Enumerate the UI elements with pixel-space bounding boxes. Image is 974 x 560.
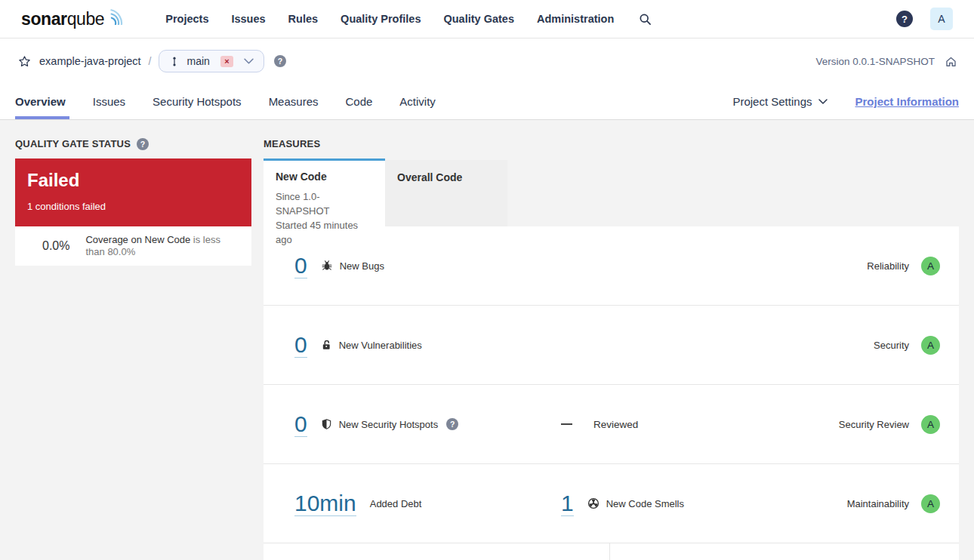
breadcrumb-right: Version 0.0.1-SNAPSHOT: [815, 55, 957, 68]
overall-code-tab-label: Overall Code: [397, 171, 495, 183]
security-label: Security: [874, 340, 909, 351]
new-code-smells-count-link[interactable]: 1: [561, 491, 574, 516]
measures-panel: MEASURES New Code Since 1.0-SNAPSHOT Sta…: [264, 138, 959, 559]
tab-issues[interactable]: Issues: [79, 84, 139, 119]
tab-measures[interactable]: Measures: [255, 84, 332, 119]
new-security-hotspots-metric: New Security Hotspots ?: [321, 418, 459, 430]
tab-overview[interactable]: Overview: [15, 84, 79, 119]
security-hotspots-help-icon[interactable]: ?: [446, 418, 458, 430]
quality-gate-title-text: QUALITY GATE STATUS: [15, 138, 131, 149]
added-debt-link[interactable]: 10min: [294, 491, 356, 516]
sonar-waves-icon: [106, 5, 128, 25]
maintainability-rating-badge[interactable]: A: [921, 494, 940, 513]
project-settings-label: Project Settings: [732, 95, 812, 108]
quality-gate-panel: QUALITY GATE STATUS ? Failed 1 condition…: [15, 138, 251, 559]
security-rating-badge[interactable]: A: [921, 336, 940, 355]
logo-text: sonarqube: [21, 9, 104, 29]
new-security-hotspots-label: New Security Hotspots: [339, 419, 439, 430]
quality-gate-status: Failed: [27, 170, 239, 191]
branch-icon: [169, 56, 180, 67]
duplications-cell: [610, 543, 959, 560]
help-icon[interactable]: ?: [896, 11, 913, 27]
maintainability-label: Maintainability: [847, 498, 909, 509]
quality-gate-status-card: Failed 1 conditions failed: [15, 158, 251, 226]
security-rating: Security A: [874, 336, 940, 355]
top-nav-right: ? A: [896, 8, 953, 30]
reliability-rating: Reliability A: [867, 257, 940, 275]
failed-condition-row[interactable]: 0.0% Coverage on New Code is less than 8…: [15, 226, 251, 266]
nav-administration[interactable]: Administration: [526, 13, 625, 25]
new-code-smells-metric: New Code Smells: [587, 497, 684, 509]
measure-row-security-hotspots: 0 New Security Hotspots ? Reviewed Secur…: [264, 385, 959, 464]
quality-gate-help-icon[interactable]: ?: [137, 138, 149, 150]
breadcrumb-separator: /: [149, 55, 152, 67]
new-vulnerabilities-metric: New Vulnerabilities: [321, 339, 422, 351]
quality-gate-title: QUALITY GATE STATUS ?: [15, 138, 251, 149]
open-lock-icon: [321, 339, 332, 351]
quality-gate-conditions-summary: 1 conditions failed: [27, 201, 239, 212]
nav-issues[interactable]: Issues: [220, 13, 276, 25]
tab-security-hotspots[interactable]: Security Hotspots: [139, 84, 255, 119]
favorite-star-icon[interactable]: [18, 55, 31, 68]
new-code-smells-label: New Code Smells: [606, 498, 684, 509]
measures-tab-strip: New Code Since 1.0-SNAPSHOT Started 45 m…: [264, 158, 959, 226]
nav-rules[interactable]: Rules: [277, 13, 330, 25]
project-name-link[interactable]: example-java-project: [39, 55, 141, 67]
new-code-since: Since 1.0-SNAPSHOT: [276, 189, 373, 218]
coverage-cell: [264, 543, 610, 560]
new-security-hotspots-count-link[interactable]: 0: [294, 411, 307, 437]
search-icon[interactable]: [639, 13, 652, 26]
added-debt-metric: Added Debt: [370, 498, 422, 509]
tab-code[interactable]: Code: [331, 84, 386, 119]
project-tab-bar: Overview Issues Security Hotspots Measur…: [0, 84, 974, 120]
new-bugs-label: New Bugs: [340, 260, 384, 272]
nav-quality-gates[interactable]: Quality Gates: [432, 13, 525, 25]
tab-activity[interactable]: Activity: [386, 84, 449, 119]
reliability-label: Reliability: [867, 260, 909, 272]
chevron-down-icon: [244, 58, 254, 64]
breadcrumb: example-java-project / main × ? Version …: [0, 38, 974, 84]
measure-row-bugs: 0 New Bugs Reliability A: [264, 226, 959, 306]
project-settings-menu[interactable]: Project Settings: [732, 95, 828, 108]
maintainability-rating: Maintainability A: [847, 494, 940, 513]
new-code-tab-label: New Code: [276, 171, 373, 183]
added-debt-label: Added Debt: [370, 498, 422, 509]
nav-projects[interactable]: Projects: [154, 13, 220, 25]
nav-quality-profiles[interactable]: Quality Profiles: [329, 13, 432, 25]
new-vulnerabilities-count-link[interactable]: 0: [294, 332, 307, 358]
tab-bar-right: Project Settings Project Information: [732, 95, 959, 108]
project-information-link[interactable]: Project Information: [855, 95, 959, 108]
branch-help-icon[interactable]: ?: [274, 55, 286, 67]
sonarqube-logo[interactable]: sonarqube: [21, 9, 128, 29]
measure-row-coverage-duplications: [264, 543, 959, 560]
condition-value: 0.0%: [42, 239, 69, 253]
security-review-rating-badge[interactable]: A: [921, 415, 940, 434]
measures-title: MEASURES: [264, 138, 959, 149]
shield-icon: [321, 418, 332, 430]
code-smells-group: 1 New Code Smells: [561, 491, 684, 516]
branch-selector[interactable]: main ×: [159, 50, 264, 72]
user-avatar[interactable]: A: [930, 8, 953, 30]
overview-content: QUALITY GATE STATUS ? Failed 1 condition…: [0, 120, 974, 559]
security-review-rating: Security Review A: [839, 415, 940, 434]
bug-icon: [321, 260, 333, 272]
branch-clear-icon[interactable]: ×: [220, 56, 233, 67]
new-bugs-count-link[interactable]: 0: [294, 253, 307, 278]
chevron-down-icon: [818, 99, 828, 104]
reviewed-label: Reviewed: [593, 419, 638, 430]
condition-description: Coverage on New Code is less than 80.0%: [85, 234, 241, 258]
code-smell-icon: [587, 497, 600, 509]
branch-name: main: [186, 55, 209, 67]
home-icon[interactable]: [945, 55, 957, 68]
measures-title-text: MEASURES: [264, 138, 320, 149]
measure-row-maintainability: 10min Added Debt 1 New Code S: [264, 464, 959, 543]
measure-row-vulnerabilities: 0 New Vulnerabilities Security A: [264, 306, 959, 385]
tab-overall-code[interactable]: Overall Code: [385, 160, 507, 226]
tab-new-code[interactable]: New Code Since 1.0-SNAPSHOT Started 45 m…: [264, 158, 385, 226]
new-vulnerabilities-label: New Vulnerabilities: [339, 340, 422, 351]
top-nav: sonarqube Projects Issues Rules Quality …: [0, 0, 974, 38]
new-bugs-metric: New Bugs: [321, 260, 384, 272]
security-review-label: Security Review: [839, 419, 909, 430]
reliability-rating-badge[interactable]: A: [921, 257, 940, 275]
measures-body: 0 New Bugs Reliability A: [264, 226, 959, 560]
